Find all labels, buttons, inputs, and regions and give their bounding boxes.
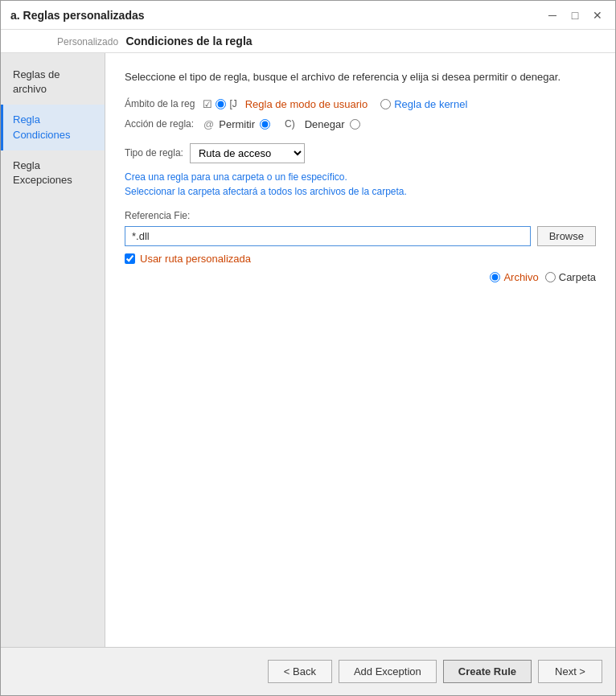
minimize-button[interactable]: ─: [544, 7, 561, 23]
back-button[interactable]: < Back: [268, 660, 332, 683]
radio-denegar-input[interactable]: [350, 119, 360, 130]
add-exception-button[interactable]: Add Exception: [339, 660, 437, 683]
radio-user-option[interactable]: [J Regla de modo de usuario: [216, 98, 368, 110]
custom-path-checkbox[interactable]: [125, 253, 135, 264]
subtitle-bar: Personalizado Condiciones de la regla: [1, 30, 615, 53]
ref-label: Referencia Fie:: [125, 210, 596, 221]
ambito-checkbox-symbol: ☑: [203, 98, 212, 110]
content-area: Seleccione el tipo de regla, busque el a…: [105, 53, 615, 647]
close-button[interactable]: ✕: [589, 7, 606, 23]
sidebar-item-regla-condiciones[interactable]: ReglaCondiciones: [1, 105, 105, 150]
hint-line1: Crea una regla para una carpeta o un fie…: [125, 170, 596, 184]
accion-permitir-label: Permitir: [219, 118, 255, 130]
sidebar-item-reglas-archivo[interactable]: Reglas de archivo: [1, 60, 105, 105]
radio-user-input[interactable]: [216, 99, 226, 109]
radio-carpeta-option[interactable]: Carpeta: [545, 271, 596, 283]
window-title: a. Reglas personalizadas: [10, 9, 145, 22]
accion-symbol: @: [203, 118, 214, 130]
title-bar-controls: ─ □ ✕: [544, 7, 606, 23]
description-text: Seleccione el tipo de regla, busque el a…: [125, 69, 596, 85]
sidebar-item-regla-excepciones[interactable]: ReglaExcepciones: [1, 150, 105, 196]
maximize-button[interactable]: □: [567, 7, 583, 23]
accion-denegar-label: Denegar: [305, 118, 345, 130]
radio-kernel-input[interactable]: [380, 99, 391, 109]
hint-text: Crea una regla para una carpeta o un fie…: [125, 170, 596, 199]
browse-button[interactable]: Browse: [537, 226, 596, 246]
archivo-label: Archivo: [503, 271, 538, 283]
subtitle-prefix: Personalizado: [57, 36, 118, 47]
sidebar: Reglas de archivo ReglaCondiciones Regla…: [1, 53, 105, 647]
carpeta-label: Carpeta: [559, 271, 596, 283]
file-input[interactable]: [125, 226, 531, 246]
radio-carpeta-input[interactable]: [545, 272, 556, 282]
tipo-regla-label: Tipo de regla:: [125, 147, 183, 159]
hint-line2: Seleccionar la carpeta afectará a todos …: [125, 184, 596, 199]
accion-row: Acción de regla: @ Permitir C) Denegar: [125, 118, 596, 130]
accion-denegar-prefix: C): [285, 118, 295, 130]
ambito-row: Ámbito de la reg ☑ [J Regla de modo de u…: [125, 98, 596, 110]
title-bar: a. Reglas personalizadas ─ □ ✕: [1, 1, 615, 30]
radio-user-label: Regla de modo de usuario: [245, 98, 368, 110]
next-button[interactable]: Next >: [538, 660, 602, 683]
radio-kernel-label: Regla de kernel: [394, 98, 467, 110]
radio-user-prefix: [J: [229, 98, 236, 109]
radio-archivo-input[interactable]: [490, 272, 500, 282]
radio-permitir-input[interactable]: [260, 119, 270, 130]
tipo-regla-row: Tipo de regla: Ruta de acceso Hash Certi…: [125, 143, 596, 163]
subtitle-main: Condiciones de la regla: [125, 35, 252, 47]
radio-denegar[interactable]: [350, 119, 360, 130]
archivo-carpeta-row: Archivo Carpeta: [125, 271, 596, 283]
tipo-regla-select[interactable]: Ruta de acceso Hash Certificado: [190, 143, 305, 163]
radio-archivo-option[interactable]: Archivo: [490, 271, 538, 283]
file-input-row: Browse: [125, 226, 596, 246]
checkbox-row: Usar ruta personalizada: [125, 253, 596, 265]
main-layout: Reglas de archivo ReglaCondiciones Regla…: [1, 53, 615, 647]
radio-permitir[interactable]: [260, 119, 270, 130]
checkbox-label: Usar ruta personalizada: [140, 253, 251, 265]
accion-label: Acción de regla:: [125, 118, 194, 130]
create-rule-button[interactable]: Create Rule: [443, 660, 532, 683]
ambito-label: Ámbito de la reg: [125, 98, 195, 109]
window: a. Reglas personalizadas ─ □ ✕ Personali…: [0, 0, 616, 696]
bottom-bar: < Back Add Exception Create Rule Next >: [1, 647, 615, 695]
radio-kernel-option[interactable]: Regla de kernel: [380, 98, 467, 110]
